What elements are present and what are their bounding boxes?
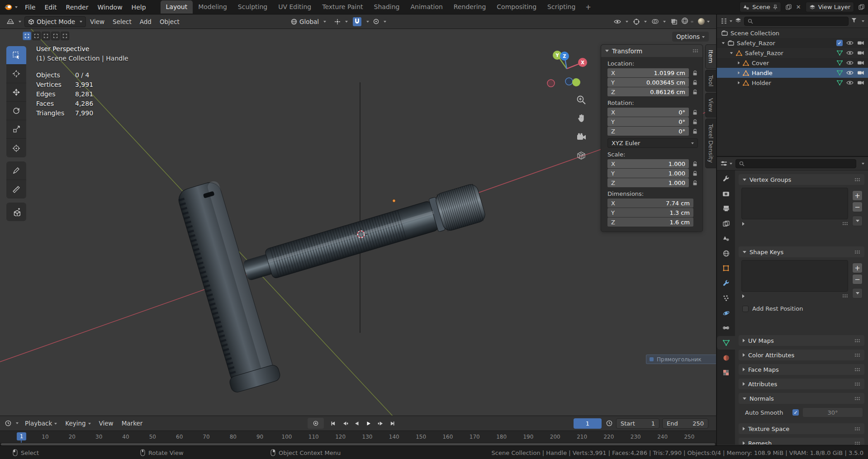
tab-modifiers[interactable] [717, 276, 735, 290]
scale-y-field[interactable]: Y1.000 [607, 169, 689, 178]
tab-output[interactable] [717, 202, 735, 215]
3d-viewport[interactable]: Options User Perspective (1) Scene Colle… [0, 29, 716, 416]
tool-annotate[interactable] [6, 161, 26, 180]
workspace-tab-texture-paint[interactable]: Texture Paint [317, 0, 368, 14]
jump-to-end-button[interactable] [386, 418, 398, 429]
prev-keyframe-button[interactable] [339, 418, 351, 429]
hide-eye-icon[interactable] [846, 50, 854, 56]
location-x-field[interactable]: X1.0199 cm [607, 68, 689, 77]
hide-eye-icon[interactable] [846, 60, 854, 66]
rotation-y-field[interactable]: Y0° [607, 117, 689, 126]
select-mode-extend-button[interactable] [32, 32, 41, 40]
vertex-group-specials-button[interactable] [852, 216, 863, 226]
tab-world[interactable] [717, 246, 735, 260]
overlays-dropdown[interactable] [651, 17, 667, 26]
outliner-search-input[interactable] [744, 17, 849, 26]
panel-shape-keys[interactable]: Shape Keys [739, 246, 864, 257]
render-camera-icon[interactable] [857, 40, 864, 46]
workspace-tab-compositing[interactable]: Compositing [491, 0, 542, 14]
show-object-types-dropdown[interactable] [613, 18, 629, 26]
tab-object[interactable] [717, 261, 735, 275]
lock-icon[interactable] [692, 119, 698, 125]
next-keyframe-button[interactable] [375, 418, 386, 429]
snap-settings-dropdown[interactable] [363, 19, 370, 24]
shading-solid-button[interactable] [691, 21, 693, 23]
select-mode-subtract-button[interactable] [42, 32, 50, 40]
disclosure-closed-icon[interactable] [738, 81, 740, 84]
play-button[interactable] [363, 418, 375, 429]
transform-orientation-dropdown[interactable]: Global [288, 17, 329, 27]
disclosure-closed-icon[interactable] [738, 62, 740, 64]
tab-scene[interactable] [717, 232, 735, 245]
auto-smooth-checkbox[interactable]: ✓ [792, 409, 799, 416]
workspace-tab-animation[interactable]: Animation [405, 0, 448, 14]
playback-menu[interactable]: Playback [21, 418, 61, 429]
orthographic-toggle-button[interactable] [575, 150, 587, 161]
list-resize-grip[interactable] [842, 222, 848, 226]
rotation-x-field[interactable]: X0° [607, 108, 689, 117]
outliner-display-mode-icon[interactable] [735, 18, 741, 24]
remove-vertex-group-button[interactable]: − [852, 202, 863, 212]
properties-editor-type-button[interactable] [721, 161, 732, 166]
disclosure-open-icon[interactable] [730, 52, 733, 54]
timeline-view-menu[interactable]: View [95, 418, 118, 429]
vertex-groups-list[interactable] [741, 188, 848, 219]
pan-hand-button[interactable] [575, 113, 587, 124]
add-rest-position-checkbox[interactable] [742, 306, 749, 312]
panel-face-maps[interactable]: Face Maps [739, 364, 864, 375]
marker-menu[interactable]: Marker [118, 418, 147, 429]
lock-icon[interactable] [692, 128, 698, 134]
rotation-mode-dropdown[interactable]: XYZ Euler [607, 138, 698, 148]
add-workspace-button[interactable]: + [581, 3, 596, 11]
panel-vertex-groups[interactable]: Vertex Groups [739, 174, 864, 185]
use-preview-range-icon[interactable] [606, 420, 612, 428]
workspace-tab-sculpting[interactable]: Sculpting [232, 0, 273, 14]
sidebar-tab-item[interactable]: Item [705, 44, 716, 69]
gizmos-dropdown[interactable] [632, 17, 648, 26]
view-layer-selector[interactable]: View Layer [806, 2, 854, 12]
add-shape-key-button[interactable]: + [852, 263, 863, 273]
tool-select-box[interactable] [6, 46, 26, 65]
unlink-scene-icon[interactable]: ✕ [796, 4, 801, 10]
menu-add[interactable]: Add [136, 16, 156, 27]
zoom-button[interactable] [575, 94, 587, 106]
razor-model[interactable] [173, 179, 487, 394]
disclosure-open-icon[interactable] [722, 42, 725, 44]
workspace-tab-modeling[interactable]: Modeling [193, 0, 232, 14]
outliner-row-handle[interactable]: Handle [717, 68, 868, 78]
outliner-row-cover[interactable]: Cover [717, 58, 868, 68]
options-dropdown[interactable]: Options [672, 32, 709, 42]
playhead-badge[interactable]: 1 [17, 432, 26, 440]
panel-remesh[interactable]: Remesh [739, 438, 864, 445]
render-camera-icon[interactable] [857, 50, 864, 56]
editor-type-button[interactable] [4, 17, 24, 26]
keying-menu[interactable]: Keying [61, 418, 95, 429]
remove-shape-key-button[interactable]: − [852, 274, 863, 284]
timeline-ruler[interactable]: 1 10203040506070809010011012013014015016… [0, 431, 716, 446]
camera-view-button[interactable] [575, 131, 587, 143]
menu-select[interactable]: Select [109, 16, 136, 27]
scene-selector[interactable]: Scene [740, 2, 781, 12]
snap-toggle[interactable] [353, 17, 361, 26]
tab-view-layer[interactable] [717, 217, 735, 230]
workspace-tab-shading[interactable]: Shading [369, 0, 405, 14]
tab-constraints[interactable] [717, 321, 735, 335]
panel-texture-space[interactable]: Texture Space [739, 423, 864, 434]
sidebar-tab-view[interactable]: View [705, 93, 716, 118]
lock-icon[interactable] [692, 180, 698, 186]
collection-checkbox[interactable]: ✓ [836, 40, 843, 46]
navigation-axis-gizmo[interactable]: X Y Z [537, 41, 596, 99]
tool-cursor[interactable] [6, 65, 26, 83]
tab-particles[interactable] [717, 291, 735, 305]
outliner-filter-icon[interactable] [851, 18, 857, 24]
add-vertex-group-button[interactable]: + [852, 190, 863, 201]
lock-icon[interactable] [692, 80, 698, 85]
tool-transform[interactable] [6, 139, 26, 157]
menu-help[interactable]: Help [127, 2, 151, 13]
menu-edit[interactable]: Edit [40, 2, 61, 13]
lock-icon[interactable] [692, 161, 698, 167]
hide-eye-icon[interactable] [846, 70, 854, 76]
menu-view[interactable]: View [86, 16, 109, 27]
list-filter-toggle[interactable] [742, 222, 745, 226]
tab-object-data[interactable] [717, 336, 735, 350]
